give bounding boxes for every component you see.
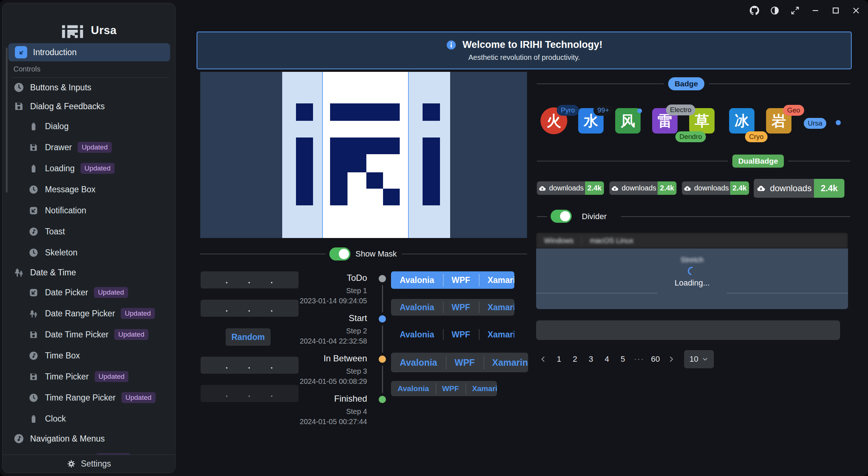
xamarin-button[interactable]: Xamarin bbox=[479, 271, 514, 289]
button-group-solid: Avalonia WPF Xamarin bbox=[391, 271, 514, 289]
page-size-select[interactable]: 10 bbox=[684, 350, 714, 368]
tab-windows[interactable]: Windows bbox=[536, 237, 581, 245]
sidebar-section-label: Controls bbox=[13, 65, 40, 73]
xamarin-button[interactable]: Xamarin bbox=[484, 353, 528, 372]
page-4[interactable]: 4 bbox=[601, 351, 613, 367]
sidebar-item-buttons-inputs[interactable]: Buttons & Inputs bbox=[3, 78, 175, 97]
step-dot-finished bbox=[379, 396, 386, 403]
battery-icon bbox=[29, 164, 38, 173]
wpf-button[interactable]: WPF bbox=[443, 299, 479, 316]
step-sub: Step 3 bbox=[273, 367, 367, 376]
xamarin-button[interactable]: Xamarin bbox=[479, 327, 514, 342]
sidebar-item-drawer[interactable]: Drawer Updated bbox=[3, 137, 175, 158]
dual-badge: downloads 2.4k bbox=[682, 181, 749, 195]
avalonia-button[interactable]: Avalonia bbox=[391, 327, 443, 342]
loading-text: Loading... bbox=[536, 278, 848, 288]
logo-left-bar bbox=[296, 138, 313, 205]
github-icon[interactable] bbox=[749, 5, 760, 16]
sidebar-item-notification[interactable]: Notification bbox=[3, 200, 175, 221]
pagination: 1 2 3 4 5 ··· 60 10 bbox=[537, 349, 714, 369]
button-group-ghost: Avalonia WPF Xamarin bbox=[391, 327, 514, 342]
page-ellipsis[interactable]: ··· bbox=[633, 351, 646, 367]
app-logo: Ursa bbox=[3, 22, 175, 39]
xamarin-button[interactable]: Xamarin bbox=[465, 381, 497, 396]
sidebar-item-introduction[interactable]: Introduction bbox=[8, 43, 170, 61]
chevron-up-icon[interactable] bbox=[158, 102, 167, 111]
logo-left-dot bbox=[296, 103, 313, 121]
chevron-up-icon[interactable] bbox=[158, 268, 167, 277]
dualbadge-section-divider: DualBadge bbox=[537, 155, 850, 168]
page-5[interactable]: 5 bbox=[617, 351, 629, 367]
sidebar-item-toast[interactable]: Toast bbox=[3, 221, 175, 242]
sidebar-item-clock[interactable]: Clock bbox=[3, 408, 175, 429]
sidebar-item-loading[interactable]: Loading Updated bbox=[3, 158, 175, 179]
dot-badge bbox=[637, 108, 642, 113]
clock-icon bbox=[29, 393, 38, 403]
theme-toggle-icon[interactable] bbox=[769, 5, 780, 16]
sidebar-item-message-box[interactable]: Message Box bbox=[3, 179, 175, 200]
updated-badge: Updated bbox=[121, 308, 155, 319]
avalonia-button[interactable]: Avalonia bbox=[391, 381, 436, 396]
clock-icon bbox=[29, 248, 38, 258]
badge-section-pill: Badge bbox=[668, 77, 704, 90]
settings-button[interactable]: Settings bbox=[3, 455, 175, 473]
wpf-button[interactable]: WPF bbox=[443, 327, 479, 342]
step-name: ToDo bbox=[273, 273, 367, 283]
arrow-square-icon bbox=[15, 46, 27, 58]
step-name: Start bbox=[273, 313, 367, 323]
tab-macos-linux[interactable]: macOS Linux bbox=[582, 237, 641, 245]
sidebar-item-dialog[interactable]: Dialog bbox=[3, 116, 175, 137]
chevron-down-icon[interactable] bbox=[158, 83, 167, 92]
avalonia-button[interactable]: Avalonia bbox=[391, 271, 443, 289]
sidebar-item-time-range-picker[interactable]: Time Range Picker Updated bbox=[3, 387, 175, 408]
sidebar-item-dialog-feedbacks[interactable]: Dialog & Feedbacks bbox=[3, 97, 175, 116]
avalonia-button[interactable]: Avalonia bbox=[391, 299, 443, 316]
sidebar-item-navigation-menus[interactable]: Navigation & Menus bbox=[3, 429, 175, 448]
page-2[interactable]: 2 bbox=[569, 351, 581, 367]
geo-badge: Geo bbox=[783, 105, 804, 116]
banner-subtitle: Aesthetic revolution of productivity. bbox=[468, 53, 580, 62]
sidebar-item-date-range-picker[interactable]: Date Range Picker Updated bbox=[3, 303, 175, 324]
step-dot-inbetween bbox=[379, 356, 386, 363]
page-prev-button[interactable] bbox=[537, 351, 549, 367]
close-button[interactable] bbox=[851, 5, 861, 16]
avalonia-button[interactable]: Avalonia bbox=[391, 353, 446, 372]
page-last[interactable]: 60 bbox=[649, 351, 662, 367]
page-3[interactable]: 3 bbox=[585, 351, 597, 367]
sidebar-item-skeleton[interactable]: Skeleton bbox=[3, 242, 175, 263]
loading-tabs: Windows macOS Linux bbox=[536, 233, 848, 249]
random-button[interactable]: Random bbox=[226, 328, 271, 346]
empty-text-input[interactable] bbox=[536, 320, 840, 340]
maximize-button[interactable] bbox=[830, 5, 841, 16]
wpf-button[interactable]: WPF bbox=[443, 271, 479, 289]
floppy-icon bbox=[29, 330, 38, 340]
wpf-button[interactable]: WPF bbox=[436, 381, 466, 396]
step-time: 2024-01-04 22:32:58 bbox=[273, 337, 367, 345]
info-icon bbox=[446, 40, 457, 50]
sidebar-item-date-time-picker[interactable]: Date Time Picker Updated bbox=[3, 324, 175, 345]
music-note-icon bbox=[29, 227, 38, 237]
sidebar-item-date-time[interactable]: Date & Time bbox=[3, 263, 175, 282]
wpf-button[interactable]: WPF bbox=[446, 353, 484, 372]
xamarin-button[interactable]: Xamarin bbox=[479, 299, 514, 316]
button-group-large: Avalonia WPF Xamarin bbox=[391, 353, 528, 372]
music-note-icon bbox=[29, 351, 38, 361]
app-title: Ursa bbox=[91, 24, 117, 37]
sidebar-item-time-picker[interactable]: Time Picker Updated bbox=[3, 366, 175, 387]
floppy-icon bbox=[29, 143, 38, 152]
divider-toggle[interactable] bbox=[551, 210, 572, 223]
sidebar-item-date-picker[interactable]: Date Picker Updated bbox=[3, 282, 175, 303]
chevron-up-icon[interactable] bbox=[158, 434, 167, 443]
titlebar bbox=[749, 5, 861, 16]
show-mask-toggle[interactable] bbox=[329, 247, 350, 260]
iri-logo-icon bbox=[61, 22, 84, 39]
minimize-button[interactable] bbox=[810, 5, 821, 16]
count-badge: 99+ bbox=[593, 105, 613, 116]
tile-anemo: 风 bbox=[615, 108, 641, 134]
sidebar-item-time-box[interactable]: Time Box bbox=[3, 345, 175, 366]
page-1[interactable]: 1 bbox=[553, 351, 565, 367]
pyro-badge: Pyro bbox=[557, 105, 579, 116]
show-mask-label: Show Mask bbox=[355, 249, 397, 259]
page-next-button[interactable] bbox=[665, 351, 678, 367]
expand-icon[interactable] bbox=[790, 5, 801, 16]
